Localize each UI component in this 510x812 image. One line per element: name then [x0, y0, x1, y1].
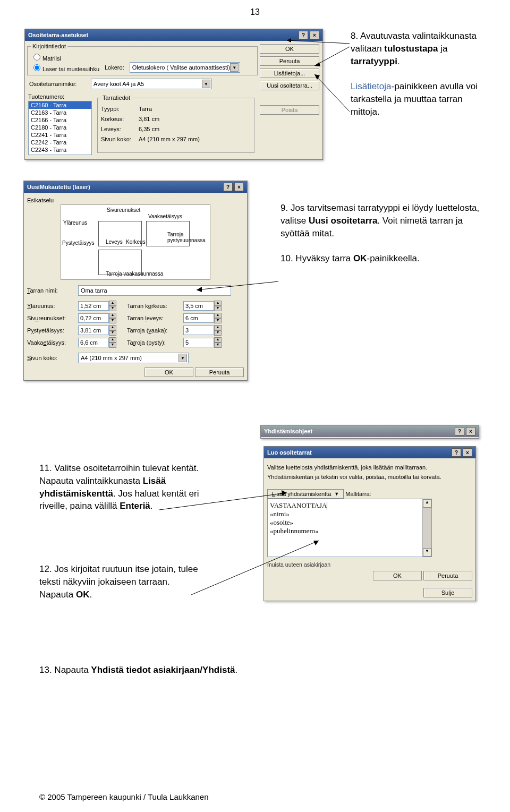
lblwidth-label: Tarran leveys: [127, 315, 180, 321]
name-input[interactable]: Oma tarra [78, 285, 231, 296]
list-item[interactable]: C2180 - Tarra [29, 124, 91, 131]
radio-matrix[interactable]: Matriisi [31, 52, 254, 62]
radio-laser[interactable]: Laser tai mustesuihku [31, 63, 99, 72]
preview-legend: Esikatselu [27, 197, 54, 203]
page-number: 13 [0, 7, 510, 17]
instr-text-1: Valitse luettelosta yhdistämiskenttä, jo… [267, 464, 472, 471]
type-label: Tyyppi: [101, 106, 135, 112]
tray-dropdown[interactable]: Oletuslokero ( Valitse automaattisesti) … [130, 62, 240, 73]
help-icon[interactable]: ? [455, 427, 464, 435]
vpitch-input[interactable]: 3,81 cm▲▼ [78, 325, 116, 336]
lblheight-label: Tarran korkeus: [127, 303, 180, 309]
list-item[interactable]: C2241 - Tarra [29, 131, 91, 139]
note-8: 8. Avautuvasta valintaikkunasta valitaan… [351, 30, 494, 118]
cancel-button[interactable]: Peruuta [195, 367, 244, 377]
close-icon[interactable]: × [310, 31, 319, 39]
down-input[interactable]: 5▲▼ [183, 337, 222, 348]
sample-label-textbox[interactable]: VASTAANOTTAJA «nimi» «osoite» «puhelinnu… [267, 499, 432, 557]
list-item[interactable]: C2163 - Tarra [29, 109, 91, 116]
note-12: 12. Jos kirjoitat ruutuun itse jotain, t… [39, 563, 199, 601]
note-13: 13. Napauta Yhdistä tiedot asiakirjaan/Y… [39, 664, 305, 677]
dialog2-title: UusiMukautettu (laser) [27, 184, 90, 190]
details-legend: Tarratiedot [101, 95, 132, 101]
dialog3-title: Luo osoitetarrat [267, 449, 312, 456]
footer-copyright: © 2005 Tampereen kaupunki / Tuula Laukka… [39, 792, 209, 801]
dialog-create-labels: Luo osoitetarrat ? × Valitse luettelosta… [264, 446, 476, 601]
chevron-down-icon: ▼ [178, 354, 187, 362]
pagesize-label: Sivun koko: [101, 136, 135, 142]
list-item[interactable]: C2166 - Tarra [29, 116, 91, 124]
cancel-button[interactable]: Peruuta [423, 571, 472, 580]
scrollbar[interactable]: ▲ ▼ [422, 499, 431, 557]
small-note: muista uuteen asiakirjaan [267, 561, 472, 568]
vpitch-label: Pystyetäisyys: [27, 327, 75, 334]
across-input[interactable]: 3▲▼ [183, 325, 222, 336]
close-button[interactable]: Sulje [423, 588, 472, 597]
help-icon[interactable]: ? [299, 31, 308, 39]
insert-merge-field-button[interactable]: Lisää yhdistämiskenttä▼ [267, 489, 344, 499]
pagesize-dropdown[interactable]: A4 (210 mm x 297 mm) ▼ [78, 353, 189, 363]
sample-label: Mallitarra: [345, 491, 371, 497]
note-11: 11. Valitse osoitetarroihin tulevat kent… [39, 462, 209, 512]
height-label: Korkeus: [101, 116, 135, 122]
lblwidth-input[interactable]: 6 cm▲▼ [183, 313, 222, 323]
new-label-button[interactable]: Uusi osoitetarra... [260, 81, 319, 90]
list-item[interactable]: C2160 - Tarra [29, 101, 91, 109]
instr-text-2: Yhdistämiskentän ja tekstin voi valita, … [267, 473, 472, 481]
dialog1-title: Osoitetarra-asetukset [28, 32, 88, 38]
dialog-merge-instructions: Yhdistämisohjeet ? × [260, 425, 479, 439]
label-product-dropdown[interactable]: Avery koot A4 ja A5 ▼ [91, 79, 212, 89]
merge-instr-title: Yhdistämisohjeet [264, 428, 312, 434]
note-9: 9. Jos tarvitsemasi tarratyyppi ei löydy… [280, 202, 482, 265]
scroll-down-icon[interactable]: ▼ [423, 548, 431, 557]
ok-button[interactable]: OK [144, 367, 193, 377]
lblheight-input[interactable]: 3,5 cm▲▼ [183, 301, 222, 311]
product-number-label: Tuotenumero: [28, 93, 64, 100]
label-product-label: Osoitetarranimike: [29, 81, 88, 87]
topmargin-input[interactable]: 1,52 cm▲▼ [78, 301, 116, 311]
width-label: Leveys: [101, 126, 135, 132]
chevron-down-icon: ▼ [202, 80, 210, 88]
hpitch-input[interactable]: 6,6 cm▲▼ [78, 337, 116, 348]
scroll-up-icon[interactable]: ▲ [423, 499, 431, 508]
ok-button[interactable]: OK [260, 44, 319, 54]
dialog-label-settings: Osoitetarra-asetukset ? × Kirjoitintiedo… [24, 29, 323, 160]
chevron-down-icon: ▼ [230, 63, 239, 72]
hpitch-label: Vaakaetäisyys: [27, 339, 75, 346]
name-label: Tarran nimi: [27, 287, 75, 294]
sidemargin-input[interactable]: 0,72 cm▲▼ [78, 313, 116, 323]
help-icon[interactable]: ? [223, 183, 233, 191]
across-label: Tarroja (vaaka): [127, 327, 180, 334]
printer-group-legend: Kirjoitintiedot [31, 43, 67, 49]
close-icon[interactable]: × [466, 427, 475, 435]
close-icon[interactable]: × [234, 183, 244, 191]
preview-diagram: Sivureunukset Yläreunus Vaakaetäisyys Py… [61, 204, 210, 280]
details-button[interactable]: Lisätietoja... [260, 69, 319, 78]
cancel-button[interactable]: Peruuta [260, 56, 319, 66]
topmargin-label: Yläreunus: [27, 303, 75, 309]
sidemargin-label: Sivureunukset: [27, 315, 75, 321]
product-listbox[interactable]: C2160 - Tarra C2163 - Tarra C2166 - Tarr… [28, 101, 92, 155]
pagesize2-label: Sivun koko: [27, 355, 75, 361]
list-item[interactable]: C2242 - Tarra [29, 139, 91, 146]
close-icon[interactable]: × [463, 448, 472, 457]
down-label: Tarroja (pysty): [127, 339, 180, 346]
ok-button[interactable]: OK [373, 571, 422, 580]
list-item[interactable]: C2243 - Tarra [29, 146, 91, 153]
tray-label: Lokero: [105, 64, 124, 71]
dialog-custom-label: UusiMukautettu (laser) ? × Esikatselu Si… [23, 181, 248, 381]
help-icon[interactable]: ? [452, 448, 461, 457]
delete-button: Poista [260, 105, 319, 115]
